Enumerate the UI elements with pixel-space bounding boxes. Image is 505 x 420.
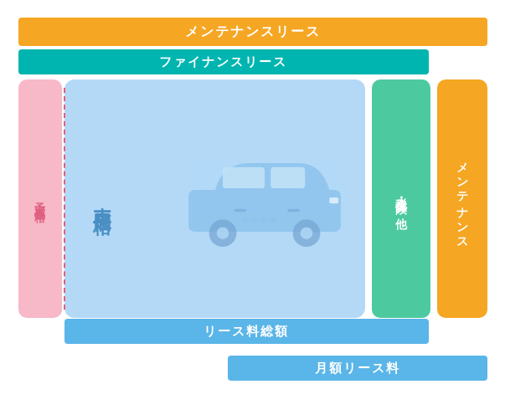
svg-rect-1 (223, 166, 265, 187)
monthly-bar: 月額リース料 (228, 356, 487, 381)
maintenance-block: メンテナンス (437, 79, 487, 318)
maintenance-top-label: メンテナンスリース (185, 23, 321, 41)
finance-label: ファイナンスリース (159, 54, 287, 70)
svg-rect-12 (287, 208, 300, 212)
svg-point-4 (216, 227, 229, 239)
svg-point-10 (260, 217, 266, 223)
svg-point-8 (242, 217, 248, 223)
svg-rect-0 (188, 189, 341, 231)
tax-block: 税金・保険 他 (372, 79, 430, 318)
diagram: メンテナンスリース ファイナンスリース 予定残存価格 車両価格 (18, 18, 487, 402)
total-bar: リース料総額 (64, 319, 429, 344)
svg-point-11 (270, 217, 276, 223)
svg-point-9 (251, 217, 257, 223)
svg-rect-7 (329, 197, 338, 203)
main-area: 車両価格 (64, 79, 487, 318)
svg-rect-2 (271, 166, 305, 187)
finance-bar: ファイナンスリース (18, 49, 429, 74)
tax-label: 税金・保険 他 (393, 187, 410, 211)
car-price-block: 車両価格 (64, 79, 365, 318)
car-price-label: 車両価格 (90, 192, 115, 206)
svg-point-6 (300, 227, 312, 239)
car-icon (181, 147, 348, 251)
residual-label: 予定残存価格 (32, 194, 47, 204)
residual-block: 予定残存価格 (18, 79, 62, 318)
monthly-label: 月額リース料 (315, 361, 400, 376)
svg-rect-13 (234, 208, 246, 212)
maintenance-label: メンテナンス (454, 154, 471, 244)
maintenance-top-bar: メンテナンスリース (18, 18, 487, 46)
total-label: リース料総額 (204, 324, 289, 340)
